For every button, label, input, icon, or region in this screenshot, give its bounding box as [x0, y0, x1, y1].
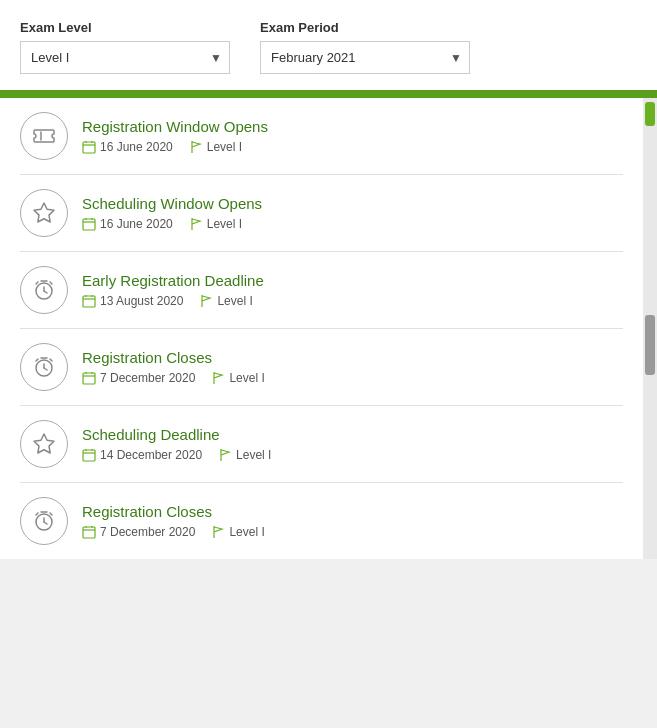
- exam-period-select-wrapper: February 2021 March 2021 June 2021 ▼: [260, 41, 470, 74]
- alarm-icon: [32, 278, 56, 302]
- meta-date: 7 December 2020: [82, 525, 195, 539]
- svg-line-27: [50, 359, 52, 361]
- flag-icon: [189, 217, 203, 231]
- item-title: Scheduling Deadline: [82, 426, 623, 443]
- scrollbar-track[interactable]: [643, 98, 657, 559]
- item-content: Scheduling Window Opens 16 June 2020: [82, 195, 623, 231]
- item-content: Early Registration Deadline 13 August 20…: [82, 272, 623, 308]
- ticket-icon-circle: [20, 112, 68, 160]
- calendar-icon: [82, 294, 96, 308]
- star-icon: [32, 432, 56, 456]
- meta-date: 13 August 2020: [82, 294, 183, 308]
- exam-level-select[interactable]: Level I Level II Level III: [20, 41, 230, 74]
- exam-period-label: Exam Period: [260, 20, 470, 35]
- flag-icon: [189, 140, 203, 154]
- alarm-icon-circle: [20, 266, 68, 314]
- flag-icon: [199, 294, 213, 308]
- item-content: Scheduling Deadline 14 December 2020: [82, 426, 623, 462]
- svg-line-16: [50, 282, 52, 284]
- meta-date: 16 June 2020: [82, 140, 173, 154]
- top-section: Exam Level Level I Level II Level III ▼ …: [0, 0, 657, 90]
- star-icon: [32, 201, 56, 225]
- svg-line-25: [44, 368, 47, 370]
- exam-level-select-wrapper: Level I Level II Level III ▼: [20, 41, 230, 74]
- svg-rect-46: [83, 527, 95, 538]
- svg-rect-29: [83, 373, 95, 384]
- list-item: Scheduling Deadline 14 December 2020: [20, 406, 623, 483]
- item-content: Registration Closes 7 December 2020: [82, 503, 623, 539]
- scrollbar-thumb[interactable]: [645, 315, 655, 375]
- item-meta: 16 June 2020 Level I: [82, 140, 623, 154]
- flag-icon: [218, 448, 232, 462]
- meta-level: Level I: [189, 140, 242, 154]
- meta-date: 7 December 2020: [82, 371, 195, 385]
- list-item: Early Registration Deadline 13 August 20…: [20, 252, 623, 329]
- list-item: Registration Closes 7 December 2020: [20, 483, 623, 559]
- star-icon-circle: [20, 189, 68, 237]
- svg-line-43: [36, 513, 38, 515]
- list-item: Registration Window Opens 16 June 2020: [20, 98, 623, 175]
- alarm-icon-circle: [20, 343, 68, 391]
- item-content: Registration Closes 7 December 2020: [82, 349, 623, 385]
- calendar-icon: [82, 525, 96, 539]
- list-item: Scheduling Window Opens 16 June 2020: [20, 175, 623, 252]
- svg-line-14: [44, 291, 47, 293]
- svg-marker-34: [34, 434, 54, 453]
- alarm-icon: [32, 355, 56, 379]
- item-meta: 7 December 2020 Level I: [82, 371, 623, 385]
- exam-level-label: Exam Level: [20, 20, 230, 35]
- svg-rect-35: [83, 450, 95, 461]
- svg-marker-6: [34, 203, 54, 222]
- svg-rect-18: [83, 296, 95, 307]
- meta-level: Level I: [218, 448, 271, 462]
- exam-period-group: Exam Period February 2021 March 2021 Jun…: [260, 20, 470, 74]
- item-title: Registration Closes: [82, 503, 623, 520]
- item-meta: 16 June 2020 Level I: [82, 217, 623, 231]
- svg-rect-7: [83, 219, 95, 230]
- green-bar: [0, 90, 657, 98]
- meta-level: Level I: [211, 371, 264, 385]
- meta-date: 14 December 2020: [82, 448, 202, 462]
- alarm-icon: [32, 509, 56, 533]
- item-meta: 7 December 2020 Level I: [82, 525, 623, 539]
- meta-level: Level I: [189, 217, 242, 231]
- calendar-icon: [82, 217, 96, 231]
- svg-line-44: [50, 513, 52, 515]
- meta-level: Level I: [211, 525, 264, 539]
- exam-period-select[interactable]: February 2021 March 2021 June 2021: [260, 41, 470, 74]
- ticket-icon: [32, 124, 56, 148]
- meta-date: 16 June 2020: [82, 217, 173, 231]
- item-meta: 13 August 2020 Level I: [82, 294, 623, 308]
- item-title: Registration Closes: [82, 349, 623, 366]
- scrollbar-thumb-green[interactable]: [645, 102, 655, 126]
- item-title: Scheduling Window Opens: [82, 195, 623, 212]
- svg-line-15: [36, 282, 38, 284]
- calendar-icon: [82, 140, 96, 154]
- list-items: Registration Window Opens 16 June 2020: [0, 98, 643, 559]
- svg-rect-1: [83, 142, 95, 153]
- flag-icon: [211, 371, 225, 385]
- item-content: Registration Window Opens 16 June 2020: [82, 118, 623, 154]
- svg-line-26: [36, 359, 38, 361]
- calendar-icon: [82, 371, 96, 385]
- item-title: Registration Window Opens: [82, 118, 623, 135]
- flag-icon: [211, 525, 225, 539]
- list-container: Registration Window Opens 16 June 2020: [0, 98, 657, 559]
- exam-level-group: Exam Level Level I Level II Level III ▼: [20, 20, 230, 74]
- calendar-icon: [82, 448, 96, 462]
- item-meta: 14 December 2020 Level I: [82, 448, 623, 462]
- item-title: Early Registration Deadline: [82, 272, 623, 289]
- svg-line-42: [44, 522, 47, 524]
- alarm-icon-circle: [20, 497, 68, 545]
- list-item: Registration Closes 7 December 2020: [20, 329, 623, 406]
- meta-level: Level I: [199, 294, 252, 308]
- star-icon-circle: [20, 420, 68, 468]
